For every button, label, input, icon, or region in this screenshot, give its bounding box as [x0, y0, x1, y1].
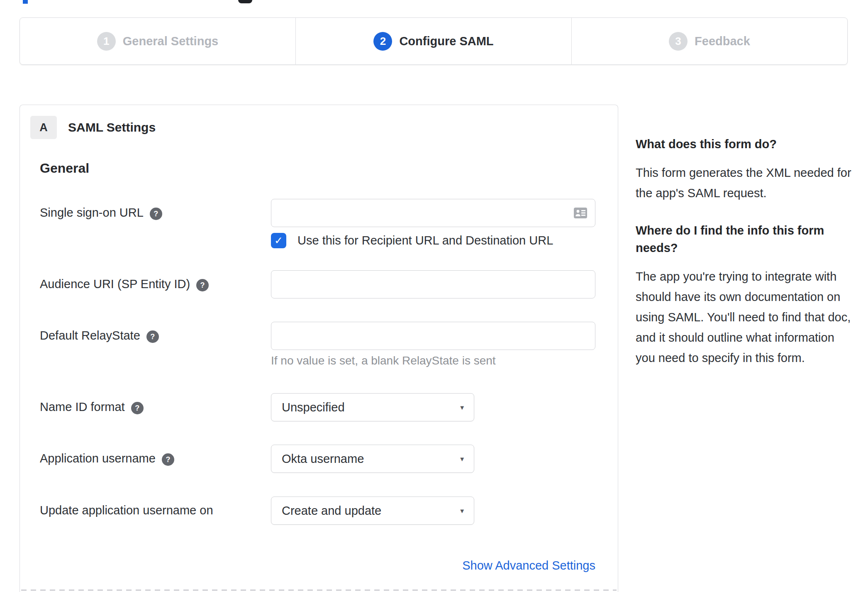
- help-glyph: ?: [166, 455, 170, 464]
- name-id-format-label: Name ID format: [40, 400, 125, 414]
- help-icon[interactable]: ?: [196, 279, 209, 291]
- dashed-section-divider: [21, 590, 617, 591]
- wizard-stepper: 1 General Settings 2 Configure SAML 3 Fe…: [20, 17, 848, 65]
- application-username-select[interactable]: Okta username ▼: [271, 445, 474, 473]
- audience-uri-input-wrap: [271, 270, 595, 298]
- sso-url-label-group: Single sign-on URL ?: [40, 199, 271, 227]
- sso-url-input[interactable]: [271, 199, 595, 227]
- sso-url-row: Single sign-on URL ?: [40, 199, 595, 227]
- help-glyph: ?: [154, 210, 158, 218]
- cropped-icon-fragment: [238, 0, 252, 3]
- audience-uri-label-group: Audience URI (SP Entity ID) ?: [40, 270, 271, 298]
- name-id-format-value: Unspecified: [282, 401, 345, 414]
- saml-settings-panel: A SAML Settings General Single sign-on U…: [20, 105, 618, 592]
- step-label: Feedback: [695, 34, 750, 48]
- help-sidebar: What does this form do? This form genera…: [636, 135, 856, 387]
- chevron-down-icon: ▼: [459, 507, 465, 514]
- contact-card-icon[interactable]: [574, 208, 587, 218]
- step-configure-saml[interactable]: 2 Configure SAML: [296, 18, 572, 64]
- step-label: General Settings: [123, 34, 218, 48]
- name-id-format-label-group: Name ID format ?: [40, 393, 271, 421]
- chevron-down-icon: ▼: [459, 455, 465, 462]
- section-a-badge: A: [30, 116, 57, 139]
- application-username-row: Application username ? Okta username ▼: [40, 445, 474, 473]
- recipient-url-checkbox-label: Use this for Recipient URL and Destinati…: [297, 234, 553, 247]
- name-id-format-row: Name ID format ? Unspecified ▼: [40, 393, 474, 421]
- general-section-heading: General: [40, 161, 89, 176]
- help-heading-what: What does this form do?: [636, 135, 856, 153]
- name-id-format-select[interactable]: Unspecified ▼: [271, 393, 474, 421]
- help-icon[interactable]: ?: [146, 330, 159, 343]
- application-username-label: Application username: [40, 452, 156, 465]
- application-username-value: Okta username: [282, 452, 364, 466]
- relay-state-input[interactable]: [271, 322, 595, 350]
- help-icon[interactable]: ?: [150, 208, 162, 220]
- audience-uri-input[interactable]: [271, 270, 595, 298]
- chevron-down-icon: ▼: [459, 404, 465, 411]
- help-icon[interactable]: ?: [131, 402, 144, 414]
- sso-url-label: Single sign-on URL: [40, 206, 144, 220]
- help-glyph: ?: [150, 333, 155, 341]
- help-heading-where: Where do I find the info this form needs…: [636, 222, 856, 257]
- update-username-label-group: Update application username on: [40, 497, 271, 525]
- relay-state-label: Default RelayState: [40, 329, 140, 342]
- step-general-settings[interactable]: 1 General Settings: [20, 18, 296, 64]
- step-number-badge: 1: [97, 32, 116, 51]
- sso-url-input-wrap: [271, 199, 595, 227]
- relay-state-input-wrap: [271, 322, 595, 350]
- update-username-row: Update application username on Create an…: [40, 497, 474, 525]
- update-username-label: Update application username on: [40, 504, 213, 517]
- checkmark-icon: ✓: [274, 235, 283, 247]
- help-icon[interactable]: ?: [162, 453, 174, 466]
- application-username-label-group: Application username ?: [40, 445, 271, 473]
- step-number-badge: 3: [669, 32, 688, 51]
- recipient-url-checkbox-row: ✓ Use this for Recipient URL and Destina…: [271, 233, 553, 248]
- relay-state-row: Default RelayState ?: [40, 322, 595, 350]
- audience-uri-row: Audience URI (SP Entity ID) ?: [40, 270, 595, 298]
- help-glyph: ?: [200, 281, 205, 290]
- step-number-badge: 2: [373, 32, 392, 51]
- update-username-select[interactable]: Create and update ▼: [271, 497, 474, 525]
- help-body-what: This form generates the XML needed for t…: [636, 163, 856, 203]
- recipient-url-checkbox[interactable]: ✓: [271, 233, 286, 248]
- update-username-value: Create and update: [282, 504, 381, 518]
- audience-uri-label: Audience URI (SP Entity ID): [40, 277, 190, 291]
- relay-state-helper-text: If no value is set, a blank RelayState i…: [271, 354, 496, 367]
- help-glyph: ?: [135, 404, 139, 413]
- relay-state-label-group: Default RelayState ?: [40, 322, 271, 350]
- advanced-link-row: Show Advanced Settings: [40, 559, 595, 572]
- help-body-where: The app you're trying to integrate with …: [636, 267, 856, 368]
- panel-title: SAML Settings: [68, 120, 156, 135]
- cropped-logo-fragment: [23, 0, 28, 4]
- step-label: Configure SAML: [399, 34, 493, 48]
- step-feedback[interactable]: 3 Feedback: [572, 18, 847, 64]
- show-advanced-settings-link[interactable]: Show Advanced Settings: [462, 559, 595, 572]
